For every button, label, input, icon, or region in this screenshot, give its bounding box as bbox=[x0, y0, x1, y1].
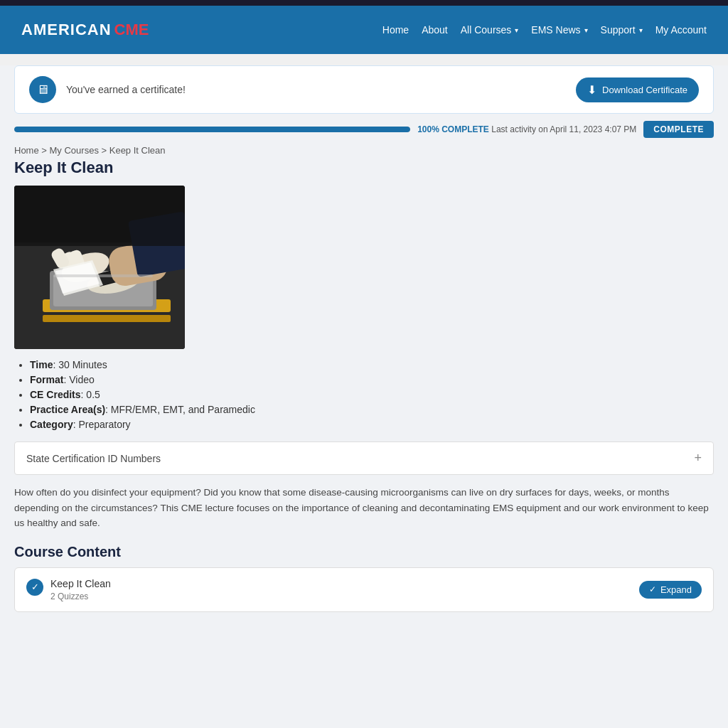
progress-percent: 100% COMPLETE bbox=[417, 124, 489, 134]
header: AMERICAN CME Home About All Courses ▾ EM… bbox=[0, 6, 728, 54]
certificate-message: You've earned a certificate! bbox=[66, 84, 186, 95]
nav-ems-news[interactable]: EMS News ▾ bbox=[531, 24, 587, 36]
expand-button[interactable]: ✓ Expand bbox=[639, 581, 702, 599]
content-item-name: Keep It Clean bbox=[50, 578, 111, 589]
progress-bar-background bbox=[14, 127, 410, 132]
item-check-icon: ✓ bbox=[26, 579, 43, 596]
support-chevron: ▾ bbox=[639, 26, 643, 34]
svg-rect-17 bbox=[14, 186, 185, 246]
main-content: 🖥 You've earned a certificate! ⬇ Downloa… bbox=[0, 65, 728, 728]
svg-rect-18 bbox=[53, 274, 153, 277]
course-image-wrap bbox=[14, 186, 714, 349]
detail-category: Category: Preparatory bbox=[30, 419, 714, 430]
breadcrumb: Home > My Courses > Keep It Clean bbox=[14, 145, 714, 156]
main-nav: Home About All Courses ▾ EMS News ▾ Supp… bbox=[382, 24, 707, 36]
detail-format: Format: Video bbox=[30, 374, 714, 385]
state-cert-accordion[interactable]: State Certification ID Numbers + bbox=[14, 441, 714, 475]
content-item: ✓ Keep It Clean 2 Quizzes ✓ Expand bbox=[14, 567, 714, 612]
accordion-label: State Certification ID Numbers bbox=[26, 453, 161, 464]
course-description: How often do you disinfect your equipmen… bbox=[14, 485, 714, 531]
ems-news-chevron: ▾ bbox=[584, 26, 588, 34]
nav-support[interactable]: Support ▾ bbox=[601, 24, 643, 36]
accordion-header[interactable]: State Certification ID Numbers + bbox=[15, 442, 713, 474]
content-item-sub: 2 Quizzes bbox=[50, 592, 111, 601]
course-image-svg bbox=[14, 186, 185, 349]
course-title: Keep It Clean bbox=[14, 159, 714, 177]
logo-cme: CME bbox=[114, 21, 149, 39]
detail-ce-credits: CE Credits: 0.5 bbox=[30, 389, 714, 400]
course-content-title: Course Content bbox=[14, 544, 714, 560]
expand-check-icon: ✓ bbox=[649, 584, 656, 594]
logo-american: AMERICAN bbox=[21, 21, 112, 39]
certificate-banner: 🖥 You've earned a certificate! ⬇ Downloa… bbox=[14, 65, 714, 114]
progress-bar-fill bbox=[14, 127, 410, 132]
course-image bbox=[14, 186, 185, 349]
course-details-list: Time: 30 Minutes Format: Video CE Credit… bbox=[14, 359, 714, 430]
nav-home[interactable]: Home bbox=[382, 24, 409, 36]
detail-practice-area: Practice Area(s): MFR/EMR, EMT, and Para… bbox=[30, 404, 714, 415]
top-bar bbox=[0, 0, 728, 6]
detail-time: Time: 30 Minutes bbox=[30, 359, 714, 370]
svg-rect-3 bbox=[43, 315, 171, 322]
nav-all-courses[interactable]: All Courses ▾ bbox=[461, 24, 519, 36]
logo: AMERICAN CME bbox=[21, 21, 149, 39]
download-certificate-button[interactable]: ⬇ Download Certificate bbox=[576, 77, 699, 102]
progress-area: 100% COMPLETE Last activity on April 11,… bbox=[14, 121, 714, 138]
download-icon: ⬇ bbox=[587, 83, 596, 97]
accordion-expand-icon: + bbox=[694, 451, 702, 466]
nav-my-account[interactable]: My Account bbox=[655, 24, 707, 36]
nav-about[interactable]: About bbox=[422, 24, 448, 36]
certificate-icon: 🖥 bbox=[29, 76, 56, 103]
breadcrumb-my-courses[interactable]: My Courses bbox=[50, 145, 99, 156]
progress-label: 100% COMPLETE Last activity on April 11,… bbox=[417, 124, 636, 134]
breadcrumb-current: Keep It Clean bbox=[109, 145, 166, 156]
breadcrumb-home[interactable]: Home bbox=[14, 145, 39, 156]
complete-button[interactable]: COMPLETE bbox=[643, 121, 714, 138]
all-courses-chevron: ▾ bbox=[515, 26, 518, 34]
